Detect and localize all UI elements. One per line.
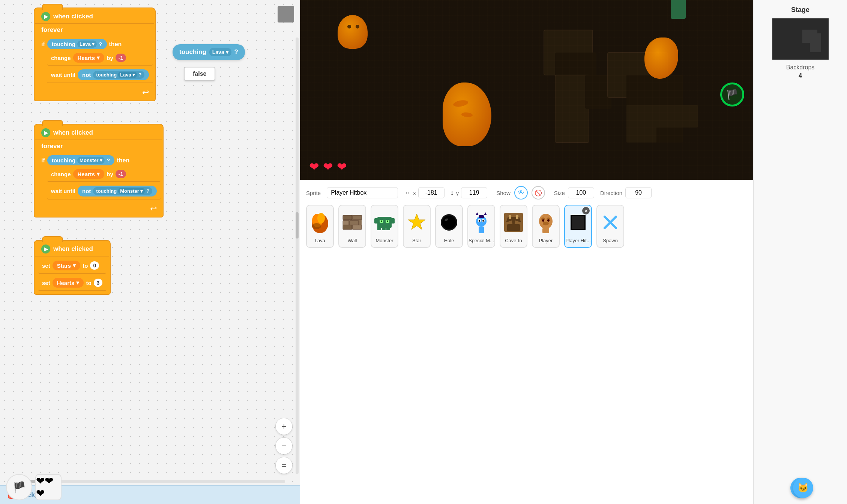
- svg-point-41: [479, 220, 480, 222]
- if-header-2: if touching Monster ▾ ? then: [41, 154, 161, 167]
- lava-player-blob: [338, 15, 368, 49]
- hole-tile-name: Hole: [444, 238, 454, 243]
- show-section: Show 👁 🚫: [496, 186, 545, 200]
- change-hearts-block-1: change Hearts ▾ by -1: [47, 51, 153, 66]
- sprite-name-input[interactable]: [327, 187, 398, 198]
- lava-sprite-img: [307, 209, 333, 236]
- svg-rect-48: [516, 215, 518, 219]
- size-group: Size: [554, 187, 594, 198]
- svg-rect-24: [377, 226, 381, 230]
- sprite-tile-cavein[interactable]: Cave-In: [500, 205, 527, 248]
- monster-tile-name: Monster: [376, 238, 393, 243]
- stage-thumb-svg: [772, 18, 829, 60]
- arrow-icon-y: ↕: [451, 189, 454, 197]
- sprite-tile-monster[interactable]: Monster: [371, 205, 398, 248]
- heart-3: ❤: [337, 160, 347, 174]
- block-stack-3: ▶ when clicked set Stars ▾ to 0: [34, 240, 111, 295]
- player-eye-1: [347, 25, 351, 28]
- show-eye-button[interactable]: 👁: [514, 186, 528, 200]
- y-coord-group: ↕ y: [451, 187, 488, 198]
- sprite-tiles-container: Lava Wall: [306, 205, 747, 255]
- delete-badge-playerhitbox[interactable]: ✕: [582, 207, 590, 214]
- sprite-tile-playerhitbox[interactable]: ✕ Player Hit...: [564, 205, 592, 248]
- svg-rect-15: [343, 215, 352, 220]
- zoom-fit-button[interactable]: =: [275, 457, 293, 474]
- heart-2: ❤: [323, 160, 333, 174]
- direction-input[interactable]: [625, 187, 652, 198]
- scratch-ui: ▶ when clicked forever if touching: [0, 0, 847, 504]
- backdrops-info: Backdrops 4: [786, 64, 815, 79]
- zoom-in-button[interactable]: +: [275, 418, 293, 435]
- svg-marker-31: [408, 214, 425, 230]
- svg-point-12: [317, 213, 325, 224]
- green-flag-circle: 🏴: [720, 82, 744, 106]
- svg-rect-19: [343, 225, 352, 230]
- svg-rect-25: [382, 226, 386, 230]
- sprite-tile-wall[interactable]: Wall: [338, 205, 366, 248]
- hat-label-3: when clicked: [53, 245, 93, 253]
- sprite-tile-hole[interactable]: Hole: [435, 205, 463, 248]
- hat-label-1: when clicked: [53, 13, 93, 20]
- backdrops-count: 4: [799, 72, 802, 79]
- block-stack-2: ▶ when clicked forever if touching Monst…: [34, 124, 164, 218]
- set-stars-block: set Stars ▾ to 0: [38, 258, 106, 274]
- svg-rect-47: [509, 215, 511, 219]
- svg-rect-57: [572, 216, 584, 229]
- svg-rect-36: [479, 215, 484, 218]
- backdrops-label: Backdrops: [786, 64, 815, 71]
- sprite-tile-player[interactable]: Player: [532, 205, 560, 248]
- wall-tile-name: Wall: [348, 238, 357, 243]
- svg-rect-23: [389, 218, 395, 224]
- svg-rect-46: [507, 224, 520, 231]
- floating-sensing-block[interactable]: touching Lava ▾ ?: [173, 44, 245, 60]
- svg-rect-9: [653, 105, 698, 128]
- player-eye-2: [356, 25, 359, 28]
- player-tile-name: Player: [539, 238, 553, 243]
- sprite-tile-special[interactable]: Special M...: [467, 205, 495, 248]
- wait-until-block-1: wait until not touching Lava ▾ ?: [47, 67, 153, 83]
- spawn-sprite-img: [597, 209, 623, 236]
- direction-group: Direction: [600, 187, 652, 198]
- svg-rect-55: [542, 228, 549, 233]
- vertical-scrollbar[interactable]: [296, 38, 299, 474]
- heart-1: ❤: [309, 160, 319, 174]
- x-input[interactable]: [418, 187, 445, 198]
- touching-lava-pill-1[interactable]: touching Lava ▾ ?: [47, 39, 107, 49]
- svg-point-54: [543, 222, 549, 225]
- hearts-display: ❤ ❤ ❤: [309, 160, 347, 174]
- sprite-tile-lava[interactable]: Lava: [306, 205, 334, 248]
- scroll-thumb[interactable]: [296, 212, 299, 238]
- zoom-out-button[interactable]: −: [275, 437, 293, 454]
- middle-panel: 🏴 ❤ ❤ ❤ Sprite ↔ x: [300, 0, 753, 504]
- svg-point-49: [539, 214, 553, 229]
- star-tile-name: Star: [412, 238, 421, 243]
- cavein-sprite-img: [500, 209, 527, 236]
- stage-thumbnail[interactable]: [772, 18, 829, 60]
- spawn-tile-name: Spawn: [603, 238, 618, 243]
- y-input[interactable]: [461, 187, 487, 198]
- stage-section: 🏴 ❤ ❤ ❤: [300, 0, 753, 180]
- forever-label-1: forever: [35, 24, 154, 36]
- hide-eye-button[interactable]: 🚫: [532, 186, 545, 200]
- size-input[interactable]: [568, 187, 594, 198]
- svg-rect-0: [300, 0, 753, 180]
- repeat-arrow-1: ↩: [35, 86, 154, 100]
- flag-icon-3: ▶: [41, 244, 50, 254]
- code-editor: ▶ when clicked forever if touching: [0, 0, 300, 504]
- touching-monster-pill[interactable]: touching Monster ▾ ?: [47, 155, 115, 165]
- svg-marker-37: [476, 212, 479, 215]
- svg-point-13: [312, 223, 321, 229]
- collapse-button[interactable]: [278, 6, 294, 22]
- game-bg: 🏴 ❤ ❤ ❤: [300, 0, 753, 180]
- svg-rect-20: [353, 225, 362, 230]
- false-bubble: false: [184, 67, 215, 81]
- svg-rect-3: [555, 75, 589, 142]
- svg-rect-18: [350, 220, 359, 225]
- svg-rect-6: [626, 75, 656, 105]
- flag-icon-1: ▶: [41, 12, 50, 21]
- sprite-info-row: Sprite ↔ x ↕ y Show 👁 🚫: [306, 186, 747, 200]
- sprite-tile-star[interactable]: Star: [403, 205, 431, 248]
- green-block-top: [671, 0, 686, 19]
- stage-title: Stage: [791, 6, 809, 14]
- sprite-tile-spawn[interactable]: Spawn: [596, 205, 624, 248]
